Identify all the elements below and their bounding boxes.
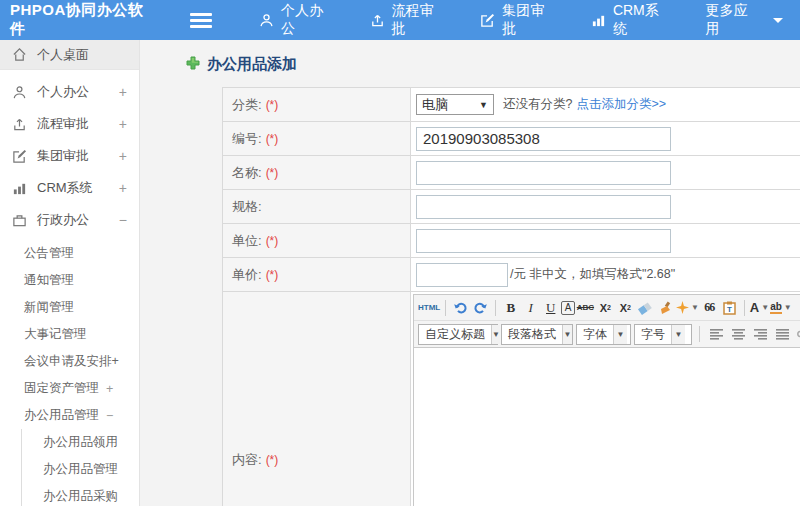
editor-canvas[interactable] <box>414 348 800 506</box>
app-logo[interactable]: PHPOA协同办公软件 <box>0 1 158 39</box>
align-center-button[interactable] <box>729 324 748 344</box>
spec-input[interactable] <box>416 195 671 219</box>
nav-item-label: 集团审批 <box>502 2 557 38</box>
sidebar-item-supplies-manage[interactable]: 办公用品管理 <box>22 456 139 483</box>
toolbar-separator <box>445 300 446 316</box>
subscript-button[interactable]: X2 <box>616 298 635 318</box>
format-brush-button[interactable] <box>656 298 675 318</box>
blockquote-button[interactable]: 66 <box>700 298 719 318</box>
expand-plus-icon[interactable]: + <box>119 180 127 196</box>
office-supplies-submenu: 办公用品领用 办公用品管理 办公用品采购 <box>21 429 139 506</box>
dropdown-caret-icon: ▼ <box>691 303 699 312</box>
upload-icon <box>12 117 28 132</box>
sidebar-item-personal-office[interactable]: 个人办公 + <box>0 76 139 108</box>
auto-typeset-button[interactable]: ▼ <box>676 298 699 318</box>
code-input[interactable] <box>416 127 671 151</box>
eraser-button[interactable] <box>636 298 655 318</box>
name-input[interactable] <box>416 161 671 185</box>
paragraph-format-select[interactable]: 段落格式▼ <box>501 324 573 345</box>
hamburger-icon[interactable] <box>190 13 212 28</box>
sidebar-item-admin-office[interactable]: 行政办公 − <box>0 204 139 236</box>
sidebar-item-crm-system[interactable]: CRM系统 + <box>0 172 139 204</box>
sup-base: X <box>600 302 607 314</box>
sidebar-item-label: 行政办公 <box>37 211 119 229</box>
paste-text-button[interactable]: T <box>720 298 739 318</box>
sidebar-item-notice-mgmt[interactable]: 通知管理 <box>0 267 139 294</box>
font-border-button[interactable]: A <box>561 301 575 315</box>
add-category-link[interactable]: 点击添加分类>> <box>576 96 666 113</box>
sidebar-item-fixed-assets-mgmt[interactable]: 固定资产管理+ <box>0 375 139 402</box>
dropdown-caret-icon: ▼ <box>784 303 792 312</box>
italic-button[interactable]: I <box>521 298 540 318</box>
sub-item-label: 会议申请及安排+ <box>24 353 119 370</box>
link-button[interactable] <box>795 324 800 344</box>
strikethrough-button[interactable]: ABC <box>576 298 595 318</box>
editor-toolbar-row2: 自定义标题▼ 段落格式▼ 字体▼ 字号▼ <box>414 321 800 348</box>
sidebar-item-announcement-mgmt[interactable]: 公告管理 <box>0 240 139 267</box>
field-label: 内容: <box>232 452 262 467</box>
font-color-button[interactable]: A▼ <box>750 298 769 318</box>
undo-button[interactable] <box>451 298 470 318</box>
nav-crm-system[interactable]: CRM系统 <box>574 0 688 40</box>
expand-plus-icon[interactable]: + <box>119 148 127 164</box>
upload-icon <box>370 13 385 28</box>
form-row-price: 单价:(*) /元 非中文，如填写格式"2.68" <box>223 258 800 292</box>
nav-personal-office[interactable]: 个人办公 <box>242 0 353 40</box>
price-input[interactable] <box>416 263 508 287</box>
category-select[interactable]: 电脑 ▼ <box>416 94 494 115</box>
redo-button[interactable] <box>471 298 490 318</box>
sub-item-label: 新闻管理 <box>24 299 74 316</box>
form-row-name: 名称:(*) <box>223 156 800 190</box>
font-size-select[interactable]: 字号▼ <box>634 324 692 345</box>
form-row-category: 分类:(*) 电脑 ▼ 还没有分类? 点击添加分类>> <box>223 88 800 122</box>
align-left-button[interactable] <box>707 324 726 344</box>
align-justify-button[interactable] <box>773 324 792 344</box>
nav-more-apps[interactable]: 更多应用 <box>688 0 800 40</box>
superscript-button[interactable]: X2 <box>596 298 615 318</box>
align-right-button[interactable] <box>751 324 770 344</box>
select-value: 电脑 <box>422 96 448 114</box>
caret-down-icon <box>773 18 783 23</box>
form-row-spec: 规格: <box>223 190 800 224</box>
select-caret-icon: ▼ <box>479 100 488 110</box>
sidebar-item-group-approval[interactable]: 集团审批 + <box>0 140 139 172</box>
nav-workflow-approval[interactable]: 流程审批 <box>353 0 464 40</box>
sidebar-item-label: 流程审批 <box>37 115 119 133</box>
field-label: 单位: <box>232 233 262 248</box>
custom-heading-select[interactable]: 自定义标题▼ <box>418 324 498 345</box>
highlight-color-button[interactable]: ab▼ <box>770 298 792 318</box>
sidebar-item-news-mgmt[interactable]: 新闻管理 <box>0 294 139 321</box>
expand-plus-icon[interactable]: + <box>119 84 127 100</box>
expand-plus-icon[interactable]: + <box>106 382 113 396</box>
main-content: 办公用品添加 分类:(*) 电脑 ▼ 还没有分类? 点击添加分类>> 编号:(*… <box>141 40 800 506</box>
unit-input[interactable] <box>416 229 671 253</box>
sidebar-item-workflow-approval[interactable]: 流程审批 + <box>0 108 139 140</box>
bold-button[interactable]: B <box>501 298 520 318</box>
home-icon <box>12 47 28 62</box>
collapse-minus-icon[interactable]: − <box>119 212 127 228</box>
expand-plus-icon[interactable]: + <box>119 116 127 132</box>
sidebar-item-meeting-request[interactable]: 会议申请及安排+ <box>0 348 139 375</box>
sidebar-item-supplies-receive[interactable]: 办公用品领用 <box>22 429 139 456</box>
collapse-minus-icon[interactable]: − <box>106 409 113 423</box>
font-family-select[interactable]: 字体▼ <box>576 324 631 345</box>
font-color-label: A <box>750 300 759 315</box>
select-label: 段落格式 <box>502 326 562 343</box>
field-label: 分类: <box>232 97 262 112</box>
dropdown-caret-icon: ▼ <box>613 325 627 344</box>
underline-button[interactable]: U <box>541 298 560 318</box>
admin-office-submenu: 公告管理 通知管理 新闻管理 大事记管理 会议申请及安排+ 固定资产管理+ 办公… <box>0 240 139 506</box>
sidebar-item-events-mgmt[interactable]: 大事记管理 <box>0 321 139 348</box>
editor-toolbar-row1: HTML B I U A ABC X2 <box>414 295 800 321</box>
sidebar-item-supplies-purchase[interactable]: 办公用品采购 <box>22 483 139 506</box>
no-category-hint: 还没有分类? <box>503 96 572 113</box>
html-source-button[interactable]: HTML <box>418 298 440 318</box>
required-mark: (*) <box>266 98 279 112</box>
nav-group-approval[interactable]: 集团审批 <box>463 0 574 40</box>
select-label: 自定义标题 <box>419 326 491 343</box>
sub-item-label: 固定资产管理 <box>24 380 99 397</box>
sidebar-item-desktop[interactable]: 个人桌面 <box>0 40 139 70</box>
sidebar-item-office-supplies-mgmt[interactable]: 办公用品管理− <box>0 402 139 429</box>
chart-icon <box>591 13 606 28</box>
edit-icon <box>12 149 28 164</box>
